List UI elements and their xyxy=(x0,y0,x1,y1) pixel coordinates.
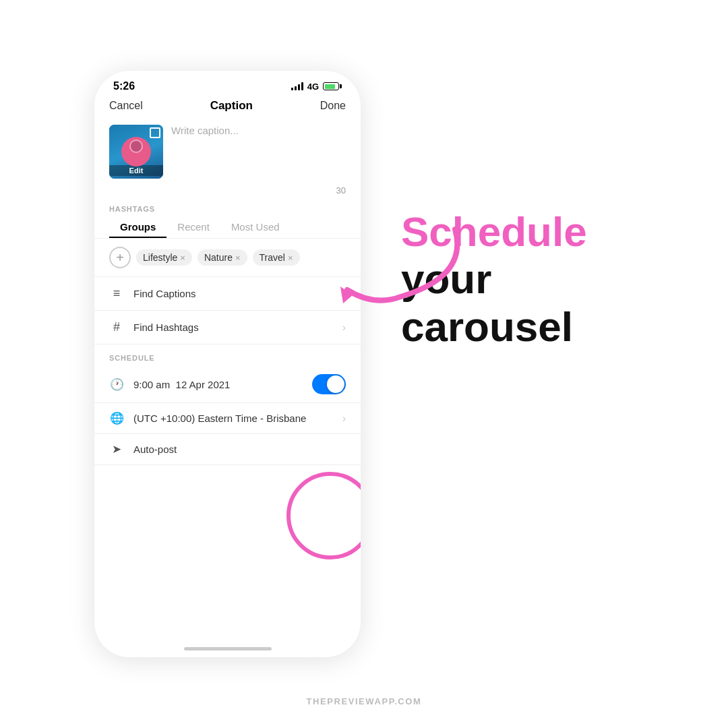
autopost-row[interactable]: ➤ Auto-post xyxy=(94,434,361,465)
phone-screen: 5:26 4G Cancel Caption xyxy=(94,71,361,657)
footer-text: THEPREVIEWAPP.COM xyxy=(307,696,422,706)
hashtags-section-label: HASHTAGS xyxy=(94,200,361,217)
tag-chip-nature[interactable]: Nature × xyxy=(198,249,247,266)
tab-recent[interactable]: Recent xyxy=(166,217,220,238)
list-icon: ≡ xyxy=(109,286,124,301)
autopost-label: Auto-post xyxy=(133,444,346,455)
tag-chip-lifestyle[interactable]: Lifestyle × xyxy=(136,249,192,266)
remove-lifestyle-button[interactable]: × xyxy=(180,253,185,263)
timezone-row[interactable]: 🌐 (UTC +10:00) Eastern Time - Brisbane › xyxy=(94,403,361,434)
signal-bars-icon xyxy=(291,82,303,90)
remove-travel-button[interactable]: × xyxy=(288,253,293,263)
status-bar: 5:26 4G xyxy=(94,71,361,95)
char-count: 30 xyxy=(336,185,346,195)
toggle-knob xyxy=(327,375,344,393)
signal-type: 4G xyxy=(307,82,319,92)
schedule-datetime: 9:00 am 12 Apr 2021 xyxy=(133,379,303,390)
multi-image-icon xyxy=(150,127,160,138)
status-icons: 4G xyxy=(291,82,342,92)
find-hashtags-label: Find Hashtags xyxy=(133,322,333,333)
find-captions-label: Find Captions xyxy=(133,288,333,299)
done-button[interactable]: Done xyxy=(320,100,346,112)
arrow-container xyxy=(334,222,468,317)
nav-bar: Cancel Caption Done xyxy=(94,95,361,118)
send-icon: ➤ xyxy=(109,442,124,456)
find-hashtags-item[interactable]: # Find Hashtags › xyxy=(94,311,361,344)
schedule-section-label: SCHEDULE xyxy=(94,344,361,366)
status-time: 5:26 xyxy=(113,80,135,92)
clock-icon: 🕐 xyxy=(109,377,124,392)
timezone-text: (UTC +10:00) Eastern Time - Brisbane xyxy=(133,413,333,424)
schedule-toggle[interactable] xyxy=(312,374,346,394)
tag-chips-row: + Lifestyle × Nature × Travel × xyxy=(94,239,361,277)
find-captions-item[interactable]: ≡ Find Captions › xyxy=(94,277,361,311)
add-tag-button[interactable]: + xyxy=(109,247,131,268)
chevron-right-icon-3: › xyxy=(342,413,346,425)
caption-input[interactable]: Write caption... xyxy=(171,125,346,179)
right-content: Schedule your carousel xyxy=(361,209,701,520)
chevron-right-icon-2: › xyxy=(342,322,346,334)
edit-label: Edit xyxy=(109,165,163,176)
tab-most-used[interactable]: Most Used xyxy=(220,217,291,238)
post-thumbnail[interactable]: Edit xyxy=(109,125,163,179)
globe-icon: 🌐 xyxy=(109,411,124,425)
hashtag-icon: # xyxy=(109,320,124,334)
tab-groups[interactable]: Groups xyxy=(109,217,166,238)
caption-placeholder: Write caption... xyxy=(171,123,239,136)
page-title: Caption xyxy=(210,99,253,113)
tag-chip-travel[interactable]: Travel × xyxy=(253,249,300,266)
remove-nature-button[interactable]: × xyxy=(235,253,241,263)
hashtag-tabs: Groups Recent Most Used xyxy=(94,217,361,239)
battery-icon xyxy=(323,82,342,90)
cancel-button[interactable]: Cancel xyxy=(109,100,143,112)
phone-mockup: 5:26 4G Cancel Caption xyxy=(94,71,361,657)
arrow-icon xyxy=(334,222,468,317)
caption-area: Edit Write caption... xyxy=(94,118,361,185)
scene: 5:26 4G Cancel Caption xyxy=(0,0,728,728)
schedule-time-row[interactable]: 🕐 9:00 am 12 Apr 2021 xyxy=(94,366,361,403)
char-count-row: 30 xyxy=(94,185,361,200)
home-indicator xyxy=(184,647,272,650)
